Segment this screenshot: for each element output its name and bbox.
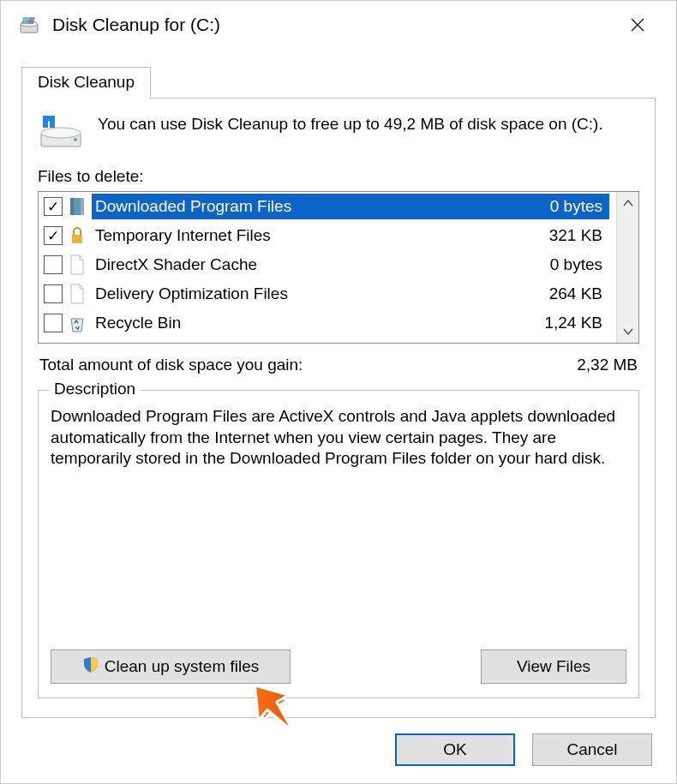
checkbox[interactable] xyxy=(44,226,63,245)
program-files-icon xyxy=(68,195,87,218)
item-label: Delivery Optimization Files xyxy=(95,284,288,303)
tab-panel: You can use Disk Cleanup to free up to 4… xyxy=(21,98,656,718)
item-size: 264 KB xyxy=(542,284,602,303)
item-label: Downloaded Program Files xyxy=(95,197,291,216)
drive-icon xyxy=(38,114,84,152)
checkbox[interactable] xyxy=(44,197,63,216)
list-item[interactable]: Recycle Bin 1,24 KB xyxy=(39,308,616,338)
dialog-footer: OK Cancel xyxy=(1,733,676,783)
svg-point-9 xyxy=(74,138,77,141)
list-item[interactable]: DirectX Shader Cache 0 bytes xyxy=(39,250,616,279)
button-label: Clean up system files xyxy=(105,657,260,676)
button-label: View Files xyxy=(517,657,590,676)
item-size: 1,24 KB xyxy=(537,314,602,332)
checkbox[interactable] xyxy=(44,255,63,274)
list-item[interactable]: Delivery Optimization Files 264 KB xyxy=(39,279,616,308)
cancel-button[interactable]: Cancel xyxy=(532,733,652,766)
intro-section: You can use Disk Cleanup to free up to 4… xyxy=(38,114,639,152)
total-row: Total amount of disk space you gain: 2,3… xyxy=(39,356,638,374)
total-label: Total amount of disk space you gain: xyxy=(39,356,303,374)
svg-rect-11 xyxy=(74,198,84,215)
window-title: Disk Cleanup for (C:) xyxy=(52,15,616,35)
intro-text: You can use Disk Cleanup to free up to 4… xyxy=(98,114,603,152)
files-list-rows: Downloaded Program Files 0 bytes Tempora… xyxy=(39,192,616,343)
item-label: Temporary Internet Files xyxy=(95,226,271,245)
file-icon xyxy=(68,283,87,305)
scroll-down-icon[interactable] xyxy=(617,320,638,343)
titlebar: Disk Cleanup for (C:) xyxy=(1,1,676,49)
lock-icon xyxy=(68,224,87,247)
scrollbar[interactable] xyxy=(616,192,638,343)
checkbox[interactable] xyxy=(44,284,63,303)
item-size: 0 bytes xyxy=(543,197,602,216)
tab-strip: Disk Cleanup xyxy=(21,66,676,98)
button-label: Cancel xyxy=(566,740,617,759)
item-size: 0 bytes xyxy=(543,255,602,274)
recycle-bin-icon xyxy=(68,312,87,334)
svg-point-5 xyxy=(41,128,81,138)
total-value: 2,32 MB xyxy=(577,356,638,374)
svg-rect-8 xyxy=(43,116,55,121)
ok-button[interactable]: OK xyxy=(395,733,515,766)
files-list: Downloaded Program Files 0 bytes Tempora… xyxy=(38,191,639,344)
description-legend: Description xyxy=(49,380,141,398)
clean-up-system-files-button[interactable]: Clean up system files xyxy=(51,649,291,684)
close-button[interactable] xyxy=(616,8,659,42)
item-size: 321 KB xyxy=(542,226,602,245)
checkbox[interactable] xyxy=(44,314,63,332)
description-text: Downloaded Program Files are ActiveX con… xyxy=(51,406,626,632)
close-icon xyxy=(630,17,645,33)
item-label: Recycle Bin xyxy=(95,314,181,332)
button-label: OK xyxy=(443,740,466,759)
disk-cleanup-window: Disk Cleanup for (C:) Disk Cleanup xyxy=(0,0,677,784)
list-item[interactable]: Downloaded Program Files 0 bytes xyxy=(39,192,616,221)
tab-disk-cleanup[interactable]: Disk Cleanup xyxy=(21,67,151,99)
shield-icon xyxy=(82,656,99,678)
scroll-up-icon[interactable] xyxy=(617,192,638,214)
file-icon xyxy=(68,254,87,276)
description-group: Description Downloaded Program Files are… xyxy=(38,390,639,698)
files-to-delete-label: Files to delete: xyxy=(38,167,639,186)
list-item[interactable]: Temporary Internet Files 321 KB xyxy=(39,221,616,250)
item-label: DirectX Shader Cache xyxy=(95,255,257,274)
disk-cleanup-icon xyxy=(18,14,40,36)
view-files-button[interactable]: View Files xyxy=(481,649,626,684)
svg-rect-12 xyxy=(72,235,82,243)
